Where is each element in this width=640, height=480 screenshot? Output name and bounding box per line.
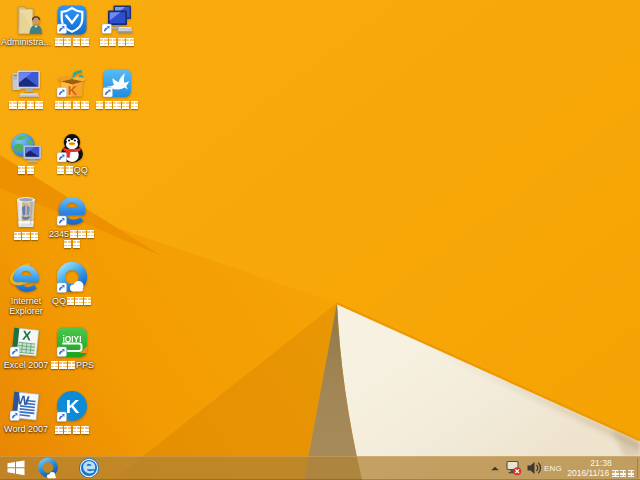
svg-text:iQIYI: iQIYI <box>62 334 81 344</box>
svg-text:K: K <box>68 83 78 98</box>
svg-text:K: K <box>66 396 80 417</box>
svg-text:W: W <box>16 392 30 408</box>
